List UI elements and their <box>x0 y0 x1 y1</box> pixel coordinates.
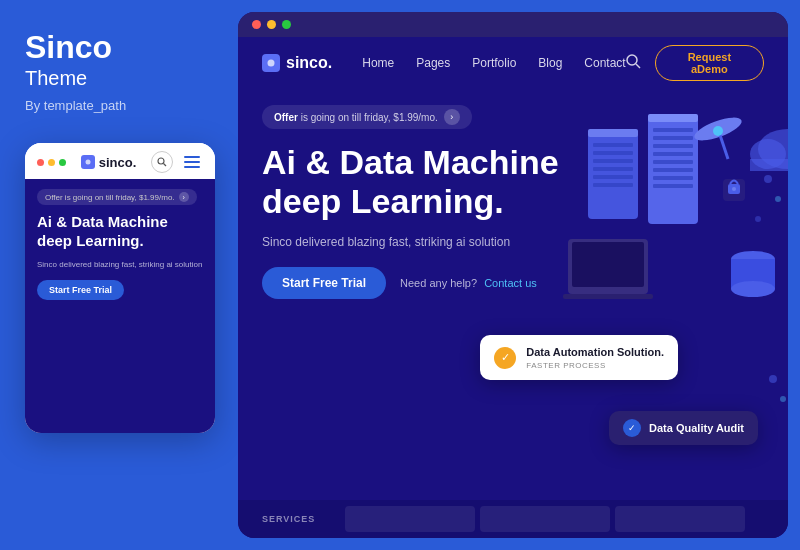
browser-chrome <box>238 12 788 37</box>
mobile-nav-icons <box>151 151 203 173</box>
offer-badge-text: Offer is going on till friday, $1.99/mo. <box>274 112 438 123</box>
mobile-content: Offer is going on till friday, $1.99/mo.… <box>25 179 215 433</box>
svg-rect-17 <box>648 114 698 122</box>
mobile-heading: Ai & Data Machine deep Learning. <box>37 213 203 251</box>
svg-point-50 <box>775 196 781 202</box>
browser-dot-yellow <box>267 20 276 29</box>
svg-rect-21 <box>653 152 693 156</box>
brand-title: Sinco Theme By template_path <box>25 30 213 113</box>
mobile-offer-text: Offer is going on till friday, $1.99/mo. <box>45 193 175 202</box>
mobile-dot-yellow <box>48 159 55 166</box>
mobile-logo-text: sinco. <box>99 155 137 170</box>
svg-rect-18 <box>653 128 693 132</box>
svg-rect-19 <box>653 136 693 140</box>
service-item-1 <box>345 506 475 532</box>
quality-card-title: Data Quality Audit <box>649 422 744 434</box>
automation-check-icon: ✓ <box>494 347 516 369</box>
mobile-offer-badge: Offer is going on till friday, $1.99/mo.… <box>37 189 197 205</box>
nav-link-portfolio[interactable]: Portfolio <box>472 56 516 70</box>
site-nav-right: Request aDemo <box>626 45 764 81</box>
mobile-cta-button[interactable]: Start Free Trial <box>37 280 124 300</box>
svg-rect-11 <box>593 151 633 155</box>
mobile-preview: sinco. Offer is going on till friday, $1… <box>25 143 215 433</box>
svg-rect-10 <box>593 143 633 147</box>
svg-point-49 <box>764 175 772 183</box>
browser-dot-green <box>282 20 291 29</box>
site-logo-icon <box>262 54 280 72</box>
services-bar: SERVICES <box>238 500 788 538</box>
svg-point-6 <box>627 55 637 65</box>
left-panel: Sinco Theme By template_path sinco. <box>0 0 238 550</box>
data-automation-card: ✓ Data Automation Solution. FASTER PROCE… <box>480 335 678 380</box>
svg-rect-22 <box>653 160 693 164</box>
svg-point-2 <box>158 158 164 164</box>
svg-rect-14 <box>593 175 633 179</box>
svg-rect-9 <box>588 129 638 137</box>
svg-rect-23 <box>653 168 693 172</box>
search-icon[interactable] <box>626 54 641 72</box>
site-logo-text: sinco. <box>286 54 332 72</box>
services-items <box>345 506 748 532</box>
nav-link-home[interactable]: Home <box>362 56 394 70</box>
svg-point-31 <box>732 187 736 191</box>
svg-rect-20 <box>653 144 693 148</box>
service-item-2 <box>480 506 610 532</box>
svg-rect-13 <box>593 167 633 171</box>
svg-rect-33 <box>572 242 644 287</box>
svg-point-1 <box>85 160 90 165</box>
nav-link-blog[interactable]: Blog <box>538 56 562 70</box>
svg-point-52 <box>769 375 777 383</box>
browser-dot-red <box>252 20 261 29</box>
svg-rect-15 <box>593 183 633 187</box>
mobile-logo-icon <box>81 155 95 169</box>
mobile-subtext: Sinco delivered blazing fast, striking a… <box>37 259 203 270</box>
offer-label: Offer <box>274 112 298 123</box>
svg-line-7 <box>636 64 640 68</box>
site-nav: sinco. Home Pages Portfolio Blog Contact… <box>238 37 788 89</box>
site-nav-links: Home Pages Portfolio Blog Contact <box>362 56 625 70</box>
svg-point-43 <box>731 281 775 297</box>
mobile-logo: sinco. <box>81 155 137 170</box>
demo-button[interactable]: Request aDemo <box>655 45 764 81</box>
svg-line-3 <box>163 164 166 167</box>
mobile-search-button[interactable] <box>151 151 173 173</box>
automation-card-title: Data Automation Solution. <box>526 345 664 359</box>
mobile-dot-red <box>37 159 44 166</box>
mobile-window-dots <box>37 159 66 166</box>
hero-section: Offer is going on till friday, $1.99/mo.… <box>238 89 788 500</box>
brand-by: By template_path <box>25 98 213 113</box>
menu-line <box>184 156 200 158</box>
menu-line <box>184 161 200 163</box>
svg-point-5 <box>268 60 275 67</box>
svg-point-28 <box>713 126 723 136</box>
mobile-dot-green <box>59 159 66 166</box>
automation-card-subtitle: FASTER PROCESS <box>526 361 664 370</box>
data-quality-card: ✓ Data Quality Audit <box>609 411 758 445</box>
menu-line <box>184 166 200 168</box>
right-panel: sinco. Home Pages Portfolio Blog Contact… <box>238 12 788 538</box>
nav-link-contact[interactable]: Contact <box>584 56 625 70</box>
svg-point-51 <box>755 216 761 222</box>
svg-rect-12 <box>593 159 633 163</box>
brand-name: Sinco <box>25 30 213 65</box>
mobile-offer-arrow: › <box>179 192 189 202</box>
automation-card-content: Data Automation Solution. FASTER PROCESS <box>526 345 664 370</box>
mobile-menu-button[interactable] <box>181 153 203 171</box>
service-item-3 <box>615 506 745 532</box>
svg-point-53 <box>780 396 786 402</box>
start-free-trial-button[interactable]: Start Free Trial <box>262 267 386 299</box>
offer-text: is going on till friday, $1.99/mo. <box>298 112 438 123</box>
mobile-top-bar: sinco. <box>25 143 215 179</box>
services-label: SERVICES <box>262 514 315 524</box>
svg-rect-38 <box>750 159 788 171</box>
svg-rect-24 <box>653 176 693 180</box>
svg-rect-8 <box>588 129 638 219</box>
site-logo: sinco. <box>262 54 332 72</box>
svg-rect-34 <box>563 294 653 299</box>
nav-link-pages[interactable]: Pages <box>416 56 450 70</box>
quality-check-icon: ✓ <box>623 419 641 437</box>
brand-theme: Theme <box>25 67 213 90</box>
svg-rect-25 <box>653 184 693 188</box>
